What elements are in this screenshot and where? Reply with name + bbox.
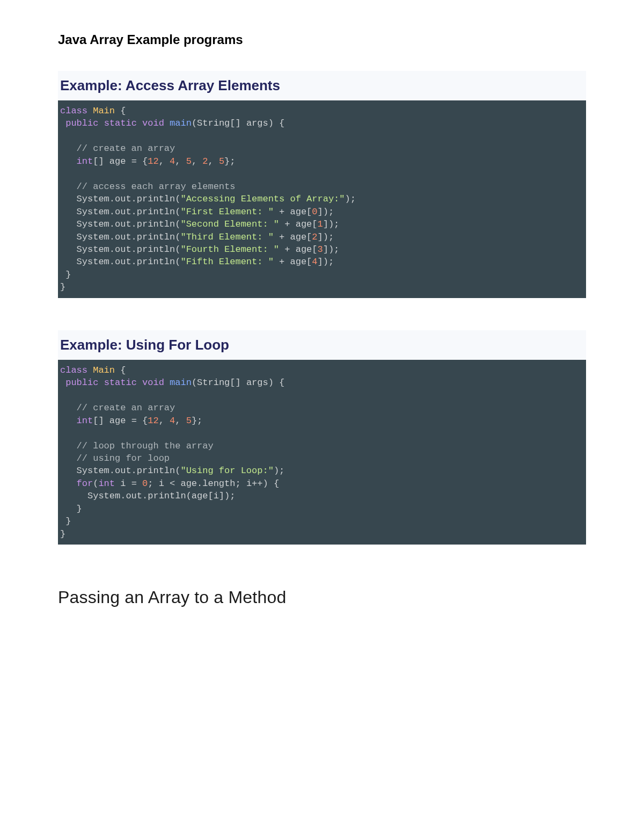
code-token: 4 (170, 156, 175, 166)
code-token: System.out.println( (60, 232, 180, 242)
code-token: 2 (312, 232, 317, 242)
code-token: }; (224, 156, 235, 166)
code-token: "Using for Loop:" (180, 466, 273, 476)
page-title: Java Array Example programs (58, 32, 586, 47)
code-token: int (60, 156, 93, 166)
code-token: + age[ (279, 244, 317, 255)
code-token: System.out.println( (60, 207, 180, 217)
example-heading-wrap: Example: Using For Loop (58, 330, 586, 360)
code-token: 1 (318, 219, 323, 229)
code-token: void (142, 118, 164, 128)
code-token: System.out.println( (60, 466, 180, 476)
code-token: ); (274, 466, 284, 476)
code-comment: // create an array (60, 403, 175, 413)
code-token: 0 (312, 207, 317, 217)
code-token: "Second Element: " (180, 219, 279, 229)
code-token: + age[ (274, 207, 312, 217)
code-token: System.out.println( (60, 257, 180, 267)
code-token: System.out.println( (60, 219, 180, 229)
code-token: class (60, 106, 87, 116)
code-token: static (104, 118, 137, 128)
code-token: for (60, 478, 93, 489)
code-token: 0 (142, 478, 148, 489)
code-token: { (115, 106, 126, 116)
code-token: void (142, 378, 164, 388)
code-token: System.out.println( (60, 244, 180, 255)
code-token: + age[ (279, 219, 317, 229)
code-token: main (170, 378, 192, 388)
code-token: (String[] args) { (192, 378, 284, 388)
code-token: }; (192, 416, 202, 426)
code-token: "Accessing Elements of Array:" (180, 194, 345, 204)
code-comment: // using for loop (60, 453, 170, 463)
example-heading-wrap: Example: Access Array Elements (58, 71, 586, 100)
code-token: [] age = { (93, 156, 148, 166)
example-heading: Example: Using For Loop (60, 337, 584, 353)
code-comment: // access each array elements (60, 182, 235, 192)
code-token: { (115, 365, 126, 375)
code-token: Main (93, 365, 115, 375)
code-token: i = (115, 478, 142, 489)
code-token: ]); (318, 232, 334, 242)
code-block-2: class Main { public static void main(Str… (58, 360, 586, 545)
code-token: public (60, 378, 98, 388)
code-block-1: class Main { public static void main(Str… (58, 100, 586, 298)
code-token: (String[] args) { (192, 118, 284, 128)
example-block-1: Example: Access Array Elements class Mai… (58, 71, 586, 298)
code-token: "Fifth Element: " (180, 257, 273, 267)
example-heading: Example: Access Array Elements (60, 77, 584, 94)
code-token: [] age = { (93, 416, 148, 426)
code-token: } (60, 504, 82, 514)
code-comment: // loop through the array (60, 441, 214, 451)
code-token: + age[ (274, 232, 312, 242)
code-token: + age[ (274, 257, 312, 267)
code-comment: // create an array (60, 143, 175, 154)
code-token: System.out.println(age[i]); (60, 491, 235, 501)
code-token: Main (93, 106, 115, 116)
example-block-2: Example: Using For Loop class Main { pub… (58, 330, 586, 545)
code-token: ]); (323, 244, 340, 255)
code-token: System.out.println( (60, 194, 180, 204)
code-token: } (60, 282, 65, 292)
code-token: "Third Element: " (180, 232, 273, 242)
code-token: 5 (219, 156, 224, 166)
code-token: ]); (318, 257, 334, 267)
code-token: ); (345, 194, 356, 204)
code-token: main (170, 118, 192, 128)
code-token: 4 (312, 257, 317, 267)
code-token: 5 (186, 156, 192, 166)
code-token: } (60, 529, 65, 539)
code-token: 5 (186, 416, 192, 426)
code-token: ]); (323, 219, 340, 229)
code-token: } (60, 270, 71, 280)
code-token: 4 (170, 416, 175, 426)
code-token: int (98, 478, 115, 489)
code-token: ; i < age.length; i++) { (148, 478, 279, 489)
code-token: class (60, 365, 87, 375)
code-token: int (60, 416, 93, 426)
code-token: } (60, 516, 71, 526)
code-token: 12 (148, 156, 158, 166)
code-token: static (104, 378, 137, 388)
code-token: "First Element: " (180, 207, 273, 217)
code-token: 2 (202, 156, 208, 166)
code-token: ]); (318, 207, 334, 217)
code-token: 12 (148, 416, 158, 426)
subheading: Passing an Array to a Method (58, 588, 586, 607)
code-token: "Fourth Element: " (180, 244, 279, 255)
code-token: 3 (318, 244, 323, 255)
code-token: ( (93, 478, 98, 489)
code-token: public (60, 118, 98, 128)
